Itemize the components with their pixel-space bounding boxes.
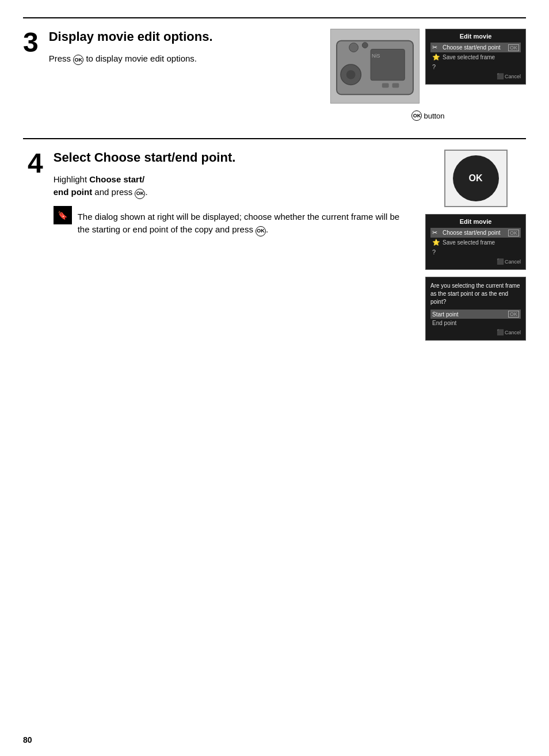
section-4-title-bold: Choose start/end point. xyxy=(94,150,236,165)
scissors-icon-2: ✂ xyxy=(432,229,440,236)
screen-3-item-3: ? xyxy=(430,62,521,71)
dialog-cancel-row: ⬛ Cancel xyxy=(430,329,521,335)
svg-point-3 xyxy=(362,43,368,48)
screen-3-title: Edit movie xyxy=(430,33,521,40)
section-4-main: Select Choose start/end point. Highlight… xyxy=(54,150,526,341)
ok-button-circle: OK xyxy=(453,155,499,201)
ok-button-text: OK xyxy=(469,173,483,184)
section-4-number: 4 xyxy=(28,150,43,177)
dialog-cancel-text: ⬛ Cancel xyxy=(497,329,521,335)
section-3-ok-label: OK button xyxy=(411,110,444,121)
svg-rect-8 xyxy=(392,83,399,88)
section-4-wrapper: 4 Select Choose start/end point. Highlig… xyxy=(23,150,526,341)
star-icon-2: ⭐ xyxy=(432,239,440,246)
section-4: 4 Select Choose start/end point. Highlig… xyxy=(23,138,526,341)
dialog-option-start: Start point OK xyxy=(430,310,521,319)
svg-rect-7 xyxy=(382,83,389,88)
screen-3-item-2: ⭐ Save selected frame xyxy=(430,52,521,62)
screen-4-1-item-3: ? xyxy=(430,247,521,257)
section-3-text: Display movie edit options. Press OK to … xyxy=(49,29,330,71)
section-4-body2: The dialog shown at right will be displa… xyxy=(78,211,414,236)
save-icon: ⭐ xyxy=(432,54,440,61)
section-3-image-row: NiS Edit movie ✂ Choose start/end point … xyxy=(330,29,526,104)
sidebar-bookmark-icon: 🔖 xyxy=(54,206,72,224)
section-3: 3 Display movie edit options. Press OK t… xyxy=(23,17,526,121)
screen-3-cancel-row: ⬛ Cancel xyxy=(430,73,521,79)
button-label-text: button xyxy=(424,112,444,120)
page-number: 80 xyxy=(23,735,32,744)
section-4-body1: Highlight Choose start/end point and pre… xyxy=(54,173,414,199)
screen-3-cancel: ⬛ Cancel xyxy=(497,73,521,79)
ok-icon-inline: OK xyxy=(73,55,83,65)
section-3-body: Press OK to display movie edit options. xyxy=(49,52,319,66)
scissors-icon: ✂ xyxy=(432,44,440,51)
camera-image: NiS xyxy=(330,29,420,104)
ok-button-box: OK xyxy=(444,150,508,207)
svg-point-2 xyxy=(349,43,359,52)
section-3-images: NiS Edit movie ✂ Choose start/end point … xyxy=(330,29,526,121)
help-icon: ? xyxy=(432,63,440,70)
screen-4-1-item-1: ✂ Choose start/end point OK xyxy=(430,228,521,238)
section-3-number: 3 xyxy=(23,29,39,56)
screen-3-item-1: ✂ Choose start/end point OK xyxy=(430,43,521,52)
screen-4-1-title: Edit movie xyxy=(430,218,521,225)
section-4-body2-row: 🔖 The dialog shown at right will be disp… xyxy=(54,205,414,236)
svg-point-6 xyxy=(346,70,356,79)
help-icon-2: ? xyxy=(432,249,440,255)
section-4-screen1: Edit movie ✂ Choose start/end point OK ⭐… xyxy=(425,214,526,270)
section-3-screen: Edit movie ✂ Choose start/end point OK ⭐… xyxy=(425,29,526,85)
screen-4-1-cancel-text: ⬛ Cancel xyxy=(497,258,521,265)
section-4-text-area: Select Choose start/end point. Highlight… xyxy=(54,150,414,236)
section-3-content: Display movie edit options. Press OK to … xyxy=(49,29,526,121)
screen-4-1-item-2: ⭐ Save selected frame xyxy=(430,238,521,247)
section-4-screen2: Are you selecting the current frame as t… xyxy=(425,277,526,341)
dialog-question-text: Are you selecting the current frame as t… xyxy=(430,282,521,306)
section-4-title: Select Choose start/end point. xyxy=(54,150,414,166)
cancel-icon: ⬛ xyxy=(497,73,504,79)
dialog-option-end: End point xyxy=(430,319,521,327)
ok-icon-s4: OK xyxy=(135,189,145,199)
section-4-images: OK Edit movie ✂ Choose start/end point O… xyxy=(425,150,526,341)
svg-text:NiS: NiS xyxy=(372,53,380,59)
section-3-title: Display movie edit options. xyxy=(49,29,319,45)
ok-icon-s4b: OK xyxy=(256,226,266,236)
screen-4-1-cancel: ⬛ Cancel xyxy=(430,258,521,265)
ok-badge: OK xyxy=(411,110,422,121)
highlight-bold: Choose start/end point xyxy=(54,174,144,197)
